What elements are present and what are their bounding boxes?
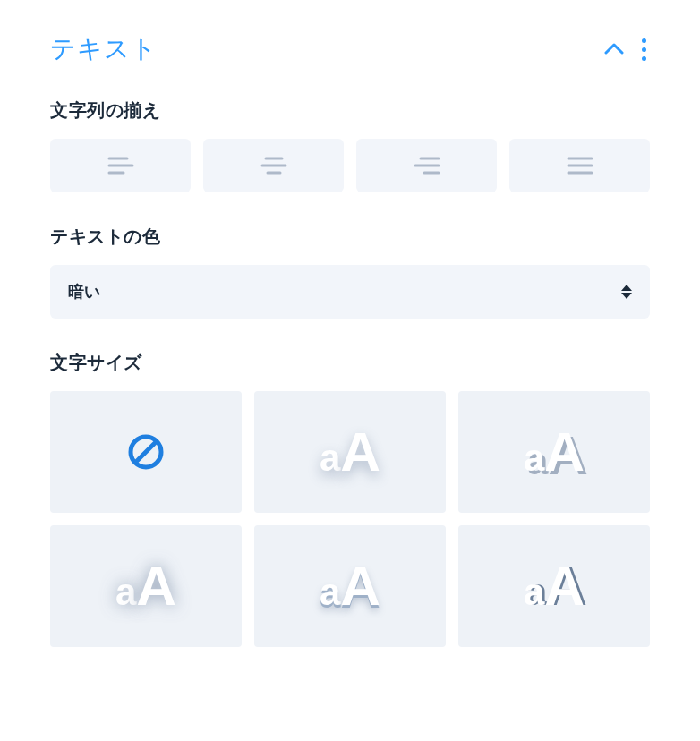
font-effect-none-button[interactable] xyxy=(50,391,242,513)
font-effect-glow-button[interactable]: aA xyxy=(50,525,242,647)
alignment-label: 文字列の揃え xyxy=(50,98,650,123)
alignment-options xyxy=(50,139,650,192)
aA-glyph-icon: aA xyxy=(524,558,585,614)
font-effect-soft-shadow-button[interactable]: aA xyxy=(254,391,446,513)
text-color-selected-value: 暗い xyxy=(68,283,100,301)
font-size-options: aA aA aA aA aA xyxy=(50,391,650,647)
aA-glyph-icon: aA xyxy=(320,424,380,480)
font-effect-emboss-button[interactable]: aA xyxy=(254,525,446,647)
more-menu-icon[interactable] xyxy=(638,35,650,64)
aA-glyph-icon: aA xyxy=(524,424,585,480)
align-right-icon xyxy=(414,156,440,175)
align-center-icon xyxy=(260,156,287,175)
aA-glyph-icon: aA xyxy=(115,558,176,614)
align-right-button[interactable] xyxy=(356,139,497,192)
collapse-chevron-icon[interactable] xyxy=(604,43,624,55)
align-left-button[interactable] xyxy=(50,139,191,192)
section-text-color: テキストの色 暗い xyxy=(50,225,650,319)
font-size-label: 文字サイズ xyxy=(50,351,650,375)
align-justify-button[interactable] xyxy=(509,139,650,192)
panel-title: テキスト xyxy=(50,32,158,66)
ban-icon xyxy=(126,432,166,472)
header-controls xyxy=(604,35,650,64)
aA-glyph-icon: aA xyxy=(320,558,380,614)
font-effect-drop-shadow-button[interactable]: aA xyxy=(458,391,650,513)
text-color-label: テキストの色 xyxy=(50,225,650,249)
panel-header: テキスト xyxy=(50,32,650,66)
align-left-icon xyxy=(107,156,134,175)
text-color-select[interactable]: 暗い xyxy=(50,265,650,319)
section-font-size: 文字サイズ aA aA aA aA aA xyxy=(50,351,650,647)
section-alignment: 文字列の揃え xyxy=(50,98,650,192)
align-justify-icon xyxy=(567,156,593,175)
align-center-button[interactable] xyxy=(203,139,344,192)
font-effect-outline-button[interactable]: aA xyxy=(458,525,650,647)
svg-line-13 xyxy=(135,441,157,463)
text-color-select-wrap: 暗い xyxy=(50,265,650,319)
